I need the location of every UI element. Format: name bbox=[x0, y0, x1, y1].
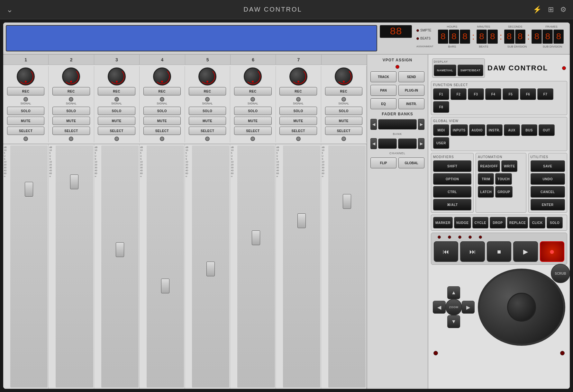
fader-handle-ch8[interactable] bbox=[343, 194, 351, 209]
solo-btn-ch6[interactable]: SOLO bbox=[234, 107, 271, 115]
knob-ch6[interactable] bbox=[244, 67, 262, 85]
user-btn[interactable]: USER bbox=[433, 137, 449, 149]
vpot-pan-btn[interactable]: PAN bbox=[370, 85, 396, 96]
channel-btn-1[interactable] bbox=[378, 138, 397, 149]
nav-left-btn[interactable]: ◀ bbox=[433, 301, 446, 314]
mute-btn-ch5[interactable]: MUTE bbox=[189, 117, 226, 125]
select-btn-ch8[interactable]: SELECT bbox=[325, 127, 362, 135]
solo-btn-ch3[interactable]: SOLO bbox=[98, 107, 135, 115]
rewind-btn[interactable]: ⏮ bbox=[434, 241, 458, 262]
vpot-send-btn[interactable]: SEND bbox=[398, 71, 424, 82]
knob-ch2[interactable] bbox=[62, 67, 80, 85]
touch-btn[interactable]: TOUCH bbox=[495, 173, 512, 185]
solo-btn-ch4[interactable]: SOLO bbox=[143, 107, 181, 115]
knob-ch7[interactable] bbox=[289, 67, 307, 85]
stop-btn[interactable]: ■ bbox=[487, 241, 511, 262]
select-btn-ch3[interactable]: SELECT bbox=[98, 127, 135, 135]
f7-btn[interactable]: F7 bbox=[537, 88, 553, 100]
shift-btn[interactable]: SHIFT bbox=[433, 160, 471, 172]
vpot-instr-btn[interactable]: INSTR. bbox=[398, 98, 424, 109]
f8-btn[interactable]: F8 bbox=[433, 101, 449, 113]
aux-btn[interactable]: AUX bbox=[504, 124, 520, 136]
f2-btn[interactable]: F2 bbox=[450, 88, 467, 100]
trim-btn[interactable]: TRIM bbox=[478, 173, 494, 185]
rec-btn-ch2[interactable]: REC bbox=[52, 87, 90, 95]
save-btn[interactable]: SAVE bbox=[531, 160, 565, 172]
select-btn-ch5[interactable]: SELECT bbox=[189, 127, 226, 135]
f6-btn[interactable]: F6 bbox=[520, 88, 536, 100]
nudge-btn[interactable]: NUDGE bbox=[454, 217, 471, 228]
enter-btn[interactable]: ENTER bbox=[531, 199, 565, 210]
fader-handle-ch6[interactable] bbox=[252, 230, 260, 245]
knob-ch4[interactable] bbox=[153, 67, 171, 85]
smpte-beat-btn[interactable]: SMPTE/BEAT bbox=[458, 65, 483, 76]
record-btn[interactable]: ● bbox=[540, 241, 564, 262]
fast-forward-btn[interactable]: ⏭ bbox=[460, 241, 485, 262]
solo-extra-btn[interactable]: SOLO bbox=[547, 217, 563, 228]
dropdown-arrow[interactable]: ⌄ bbox=[6, 5, 13, 14]
knob-ch1[interactable] bbox=[17, 67, 35, 85]
name-val-btn[interactable]: NAME/VAL bbox=[434, 65, 456, 76]
fader-handle-ch3[interactable] bbox=[116, 242, 124, 257]
beats-led[interactable] bbox=[416, 37, 419, 40]
bank-right-btn[interactable]: ▶ bbox=[418, 119, 424, 130]
midi-btn[interactable]: MIDI bbox=[433, 124, 449, 136]
zoom-btn[interactable]: ZOOM bbox=[445, 299, 462, 316]
solo-btn-ch5[interactable]: SOLO bbox=[189, 107, 226, 115]
read-off-btn[interactable]: READ/OFF bbox=[478, 160, 500, 172]
write-btn[interactable]: WRITE bbox=[501, 160, 517, 172]
ctrl-btn[interactable]: CTRL bbox=[433, 186, 471, 198]
mute-btn-ch6[interactable]: MUTE bbox=[234, 117, 271, 125]
solo-btn-ch8[interactable]: SOLO bbox=[325, 107, 362, 115]
play-btn[interactable]: ▶ bbox=[513, 241, 538, 262]
flip-btn[interactable]: FLIP bbox=[370, 157, 396, 168]
bank-btn[interactable] bbox=[378, 119, 417, 129]
nav-up-btn[interactable]: ▲ bbox=[447, 286, 460, 299]
inputs-btn[interactable]: INPUTS bbox=[450, 124, 468, 136]
nav-right-btn[interactable]: ▶ bbox=[462, 301, 475, 314]
rec-btn-ch7[interactable]: REC bbox=[279, 87, 317, 95]
rec-btn-ch4[interactable]: REC bbox=[143, 87, 181, 95]
cycle-btn[interactable]: CYCLE bbox=[472, 217, 488, 228]
f5-btn[interactable]: F5 bbox=[503, 88, 519, 100]
select-btn-ch1[interactable]: SELECT bbox=[7, 127, 44, 135]
rec-btn-ch1[interactable]: REC bbox=[7, 87, 44, 95]
replace-btn[interactable]: REPLACE bbox=[507, 217, 528, 228]
latch-btn[interactable]: LATCH bbox=[478, 186, 494, 198]
rec-btn-ch6[interactable]: REC bbox=[234, 87, 271, 95]
knob-ch3[interactable] bbox=[108, 67, 126, 85]
bus-btn[interactable]: BUS bbox=[521, 124, 537, 136]
undo-btn[interactable]: UNDO bbox=[531, 173, 565, 185]
rec-btn-ch3[interactable]: REC bbox=[98, 87, 135, 95]
smpte-led[interactable] bbox=[416, 29, 419, 32]
channel-btn-2[interactable] bbox=[398, 138, 417, 149]
scrub-btn[interactable]: SCRUB bbox=[551, 264, 570, 283]
audio-btn[interactable]: AUDIO bbox=[469, 124, 485, 136]
mute-btn-ch1[interactable]: MUTE bbox=[7, 117, 44, 125]
global-btn[interactable]: GLOBAL bbox=[398, 157, 424, 168]
knob-ch8[interactable] bbox=[335, 67, 353, 85]
gear-icon[interactable]: ⚙ bbox=[560, 5, 567, 14]
option-btn[interactable]: OPTION bbox=[433, 173, 471, 185]
fader-handle-ch5[interactable] bbox=[206, 262, 215, 276]
mute-btn-ch3[interactable]: MUTE bbox=[98, 117, 135, 125]
f4-btn[interactable]: F4 bbox=[485, 88, 501, 100]
fader-handle-ch1[interactable] bbox=[25, 182, 33, 197]
vpot-eq-btn[interactable]: EQ bbox=[370, 98, 396, 109]
bank-left-btn[interactable]: ◀ bbox=[370, 119, 377, 130]
channel-left-btn[interactable]: ◀ bbox=[370, 138, 377, 149]
click-btn[interactable]: CLICK bbox=[529, 217, 545, 228]
knob-ch5[interactable] bbox=[198, 67, 216, 85]
select-btn-ch4[interactable]: SELECT bbox=[143, 127, 181, 135]
select-btn-ch6[interactable]: SELECT bbox=[234, 127, 271, 135]
instr-btn[interactable]: INSTR. bbox=[487, 124, 503, 136]
vpot-track-btn[interactable]: TRACK bbox=[370, 71, 396, 82]
bolt-icon[interactable]: ⚡ bbox=[533, 5, 541, 14]
rec-btn-ch5[interactable]: REC bbox=[189, 87, 226, 95]
grid-icon[interactable]: ⊞ bbox=[548, 5, 554, 14]
nav-down-btn[interactable]: ▼ bbox=[447, 315, 460, 328]
mute-btn-ch7[interactable]: MUTE bbox=[279, 117, 317, 125]
group-btn[interactable]: GROUP bbox=[495, 186, 512, 198]
solo-btn-ch1[interactable]: SOLO bbox=[7, 107, 44, 115]
marker-btn[interactable]: MARKER bbox=[433, 217, 453, 228]
